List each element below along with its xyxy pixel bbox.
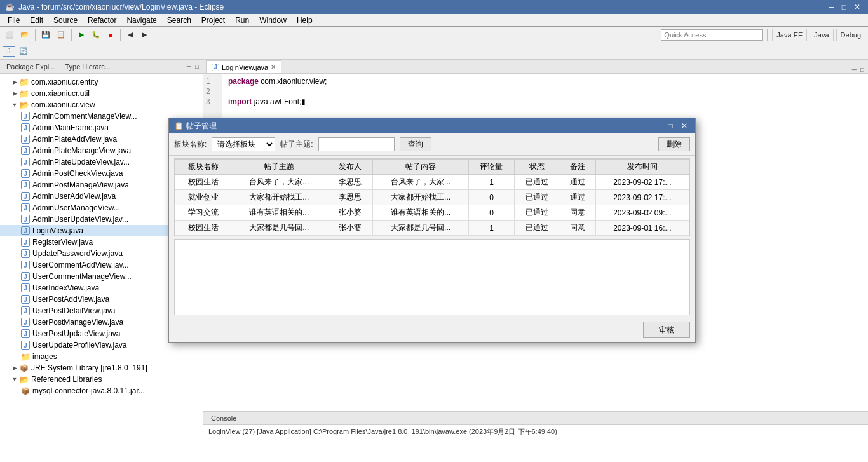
dialog-icon: 📋 (174, 121, 184, 130)
menu-help[interactable]: Help (292, 15, 318, 26)
menu-search[interactable]: Search (162, 15, 196, 26)
menu-refactor[interactable]: Refactor (83, 15, 121, 26)
save-all-button[interactable]: 📋 (54, 29, 68, 41)
table-cell: 通过 (560, 190, 595, 205)
java-file-icon: J (20, 226, 31, 236)
table-cell: 同意 (560, 221, 595, 236)
tree-item-jre[interactable]: ▶ 📦 JRE System Library [jre1.8.0_191] (0, 362, 203, 374)
delete-button[interactable]: 删除 (658, 137, 690, 151)
dialog-minimize-btn[interactable]: ─ (651, 120, 662, 132)
java-file-icon: J (20, 214, 31, 224)
tree-label: UserCommentAddView.jav... (32, 261, 129, 269)
java-file-icon: J (20, 237, 31, 247)
folder-icon: 📁 (19, 77, 29, 87)
menu-project[interactable]: Project (196, 15, 230, 26)
editor-tab-loginview[interactable]: J LoginView.java ✕ (206, 60, 281, 73)
bottom-panel: Console LoginView (27) [Java Application… (203, 411, 868, 462)
editor-maximize-btn[interactable]: □ (859, 66, 865, 73)
java-file-icon: J (20, 260, 31, 270)
menu-window[interactable]: Window (254, 15, 292, 26)
dialog-table-container: 板块名称 帖子主题 发布人 帖子内容 评论量 状态 备注 发布时间 校园生活台风… (174, 158, 690, 236)
tree-item-referenced-libs[interactable]: ▼ 📂 Referenced Libraries (0, 374, 203, 385)
java-file-icon: J (20, 157, 31, 167)
review-button[interactable]: 审核 (643, 322, 690, 338)
stop-button[interactable]: ■ (104, 29, 117, 41)
tree-item-entity[interactable]: ▶ 📁 com.xiaoniucr.entity (0, 76, 203, 88)
quick-access-input[interactable] (661, 29, 763, 41)
tree-label: AdminPlateAddView.java (32, 135, 117, 144)
console-tab[interactable]: Console (206, 413, 241, 423)
table-row[interactable]: 学习交流谁有英语相关的...张小婆谁有英语相关的...0已通过同意2023-09… (175, 205, 689, 221)
tree-label: RegisterView.java (32, 238, 93, 247)
menu-navigate[interactable]: Navigate (121, 15, 161, 26)
java-file-icon: J (20, 123, 31, 133)
table-row[interactable]: 就业创业大家都开始找工...李思思大家都开始找工...0已通过通过2023-09… (175, 190, 689, 205)
forward-button[interactable]: ▶ (138, 29, 151, 41)
title-bar-controls[interactable]: ─ □ ✕ (826, 3, 863, 11)
col-subject: 帖子主题 (231, 160, 327, 175)
col-note: 备注 (560, 160, 595, 175)
toolbar-right: Java EE Java Debug (661, 29, 865, 41)
menu-edit[interactable]: Edit (25, 15, 48, 26)
jar-icon: 📦 (19, 363, 29, 373)
tree-label: com.xiaoniucr.entity (31, 78, 98, 86)
menu-file[interactable]: File (3, 15, 25, 26)
close-button[interactable]: ✕ (851, 3, 863, 11)
dialog-empty-area (174, 239, 690, 315)
table-cell: 1 (468, 221, 514, 236)
minimize-button[interactable]: ─ (826, 3, 837, 11)
tree-label: com.xiaoniucr.view (31, 100, 95, 109)
menu-run[interactable]: Run (230, 15, 254, 26)
sync-btn[interactable]: 🔄 (17, 45, 31, 58)
tree-item-images[interactable]: 📁 images (0, 351, 203, 362)
tree-item-mysql-jar[interactable]: 📦 mysql-connector-java.8.0.11.jar... (0, 385, 203, 397)
run-button[interactable]: ▶ (75, 29, 88, 41)
table-cell: 大家都是几号回... (231, 221, 327, 236)
secondary-toolbar: J 🔄 (0, 43, 868, 60)
sidebar-maximize-btn[interactable]: □ (194, 63, 200, 70)
sidebar-minimize-btn[interactable]: ─ (186, 63, 193, 70)
java-ee-button[interactable]: Java EE (772, 29, 807, 41)
tree-item-util[interactable]: ▶ 📁 com.xiaoniucr.util (0, 88, 203, 99)
tree-arrow: ▶ (10, 365, 19, 371)
open-button[interactable]: 📂 (18, 29, 32, 41)
save-button[interactable]: 💾 (39, 29, 53, 41)
debug-button[interactable]: 🐛 (89, 29, 103, 41)
code-area[interactable]: package com.xiaoniucr.view; import java.… (228, 76, 865, 107)
java-file-icon: J (20, 340, 31, 350)
tree-label: AdminPostCheckView.java (32, 169, 123, 178)
table-row[interactable]: 校园生活大家都是几号回...张小婆大家都是几号回...1已通过同意2023-09… (175, 221, 689, 236)
tree-label: com.xiaoniucr.util (31, 89, 90, 98)
subject-input[interactable] (318, 137, 395, 151)
java-button[interactable]: Java (810, 29, 833, 41)
table-cell: 谁有英语相关的... (231, 205, 327, 221)
debug-perspective-button[interactable]: Debug (836, 29, 865, 41)
bottom-content: LoginView (27) [Java Application] C:\Pro… (203, 425, 868, 439)
new-button[interactable]: ⬜ (3, 29, 17, 41)
editor-minimize-btn[interactable]: ─ (851, 66, 858, 73)
java-tab-icon: J (212, 64, 219, 71)
back-button[interactable]: ◀ (124, 29, 137, 41)
sidebar-tab-hierarchy[interactable]: Type Hierarc... (61, 62, 114, 72)
tree-label: UserPostDetailView.java (32, 306, 116, 315)
menu-bar: File Edit Source Refactor Navigate Searc… (0, 14, 868, 27)
new-java-btn[interactable]: J (3, 46, 15, 57)
java-file-icon: J (20, 271, 31, 282)
sidebar-tab-package[interactable]: Package Expl... (3, 62, 58, 72)
dialog-close-btn[interactable]: ✕ (679, 120, 690, 132)
java-file-icon: J (20, 306, 31, 316)
dialog-maximize-btn[interactable]: □ (665, 120, 676, 132)
block-selector[interactable]: 请选择板块 (212, 137, 275, 151)
window-title: Java - forum/src/com/xiaoniucr/view/Logi… (18, 3, 224, 11)
tree-label: AdminPlateUpdateView.jav... (32, 158, 130, 166)
subject-label: 帖子主题: (280, 139, 313, 150)
post-management-dialog[interactable]: 📋 帖子管理 ─ □ ✕ 板块名称: 请选择板块 帖子主题: 查询 删除 (168, 118, 696, 343)
table-row[interactable]: 校园生活台风来了，大家...李思思台风来了，大家...1已通过通过2023-09… (175, 175, 689, 190)
maximize-button[interactable]: □ (839, 3, 849, 11)
table-cell: 校园生活 (175, 221, 231, 236)
tree-item-view[interactable]: ▼ 📂 com.xiaoniucr.view (0, 99, 203, 111)
menu-source[interactable]: Source (48, 15, 83, 26)
search-button[interactable]: 查询 (400, 137, 431, 151)
tree-label: LoginView.java (32, 226, 83, 235)
editor-tab-close[interactable]: ✕ (271, 64, 276, 71)
